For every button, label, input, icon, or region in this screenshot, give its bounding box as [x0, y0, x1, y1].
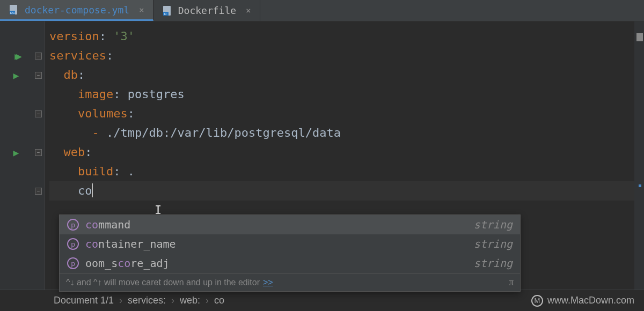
- gutter-row: [0, 104, 32, 123]
- close-icon[interactable]: ×: [241, 5, 251, 16]
- code-line[interactable]: build: .: [49, 162, 634, 181]
- autocomplete-item[interactable]: poom_score_adjstring: [60, 254, 520, 273]
- chevron-right-icon: ›: [206, 295, 209, 306]
- chevron-right-icon: ›: [119, 295, 122, 306]
- svg-text:DC: DC: [10, 11, 15, 14]
- autocomplete-item[interactable]: pcommandstring: [60, 215, 520, 234]
- tab-label: docker-compose.yml: [25, 4, 129, 16]
- code-line[interactable]: co: [49, 181, 634, 201]
- autocomplete-type: string: [474, 238, 513, 250]
- run-all-icon[interactable]: ▶▶: [14, 50, 18, 62]
- run-icon[interactable]: ▶: [13, 147, 19, 158]
- tab-label: Dockerfile: [178, 5, 236, 16]
- property-icon: p: [67, 219, 79, 231]
- breadcrumb-item[interactable]: services:: [128, 295, 166, 306]
- svg-rect-7: [636, 38, 643, 41]
- tab-docker-compose[interactable]: DC docker-compose.yml ×: [0, 0, 153, 21]
- run-icon[interactable]: ▶: [13, 70, 19, 81]
- property-icon: p: [67, 257, 79, 269]
- tab-bar: DC docker-compose.yml × D Dockerfile ×: [0, 0, 644, 21]
- status-bar: Document 1/1›services:›web:›co M www.Mac…: [0, 290, 644, 311]
- fold-row: [32, 27, 45, 46]
- gutter-row[interactable]: ▶▶: [0, 46, 32, 65]
- code-line[interactable]: version: '3': [49, 27, 634, 46]
- gutter-row: [0, 162, 32, 181]
- gutter-row[interactable]: ▶: [0, 143, 32, 162]
- analysis-indicator[interactable]: [636, 33, 643, 41]
- fold-row: [32, 123, 45, 143]
- watermark: M www.MacDown.com: [531, 295, 634, 307]
- gutter-row: [0, 123, 32, 143]
- fold-gutter: −−−−−: [32, 21, 45, 290]
- fold-toggle-icon[interactable]: −: [35, 53, 42, 60]
- gutter-row: [0, 27, 32, 46]
- run-gutter: ▶▶▶▶: [0, 21, 32, 290]
- autocomplete-type: string: [474, 257, 513, 270]
- gutter-row[interactable]: ▶: [0, 65, 32, 85]
- property-icon: p: [67, 238, 79, 250]
- svg-rect-6: [636, 34, 643, 38]
- caret-position-marker: [639, 184, 641, 187]
- svg-text:D: D: [164, 12, 167, 16]
- autocomplete-hint: ^↓ and ^↑ will move caret down and up in…: [60, 273, 520, 291]
- fold-row[interactable]: −: [32, 65, 45, 85]
- file-icon: DC: [9, 4, 19, 15]
- autocomplete-type: string: [474, 218, 513, 231]
- code-line[interactable]: db:: [49, 65, 634, 85]
- tab-dockerfile[interactable]: D Dockerfile ×: [153, 0, 260, 21]
- fold-toggle-icon[interactable]: −: [35, 149, 42, 156]
- close-icon[interactable]: ×: [135, 5, 144, 15]
- chevron-right-icon: ›: [171, 295, 174, 306]
- fold-row[interactable]: −: [32, 46, 45, 65]
- pi-icon[interactable]: π: [509, 277, 514, 288]
- fold-row[interactable]: −: [32, 104, 45, 123]
- file-icon: D: [162, 5, 173, 16]
- gutter-row: [0, 85, 32, 104]
- hint-link[interactable]: >>: [263, 278, 273, 287]
- fold-toggle-icon[interactable]: −: [35, 188, 42, 195]
- breadcrumb-item[interactable]: Document 1/1: [54, 295, 114, 306]
- fold-toggle-icon[interactable]: −: [35, 72, 42, 79]
- fold-row: [32, 162, 45, 181]
- code-line[interactable]: volumes:: [49, 104, 634, 123]
- fold-row[interactable]: −: [32, 181, 45, 201]
- breadcrumb[interactable]: Document 1/1›services:›web:›co: [54, 295, 224, 306]
- scrollbar-marker-gutter[interactable]: [634, 21, 644, 290]
- autocomplete-popup: pcommandstringpcontainer_namestringpoom_…: [59, 214, 521, 292]
- autocomplete-item[interactable]: pcontainer_namestring: [60, 234, 520, 254]
- fold-row[interactable]: −: [32, 143, 45, 162]
- editor: ▶▶▶▶ −−−−− version: '3'services: db: ima…: [0, 21, 644, 290]
- code-line[interactable]: image: postgres: [49, 85, 634, 104]
- code-line[interactable]: web:: [49, 143, 634, 162]
- breadcrumb-item[interactable]: web:: [180, 295, 200, 306]
- fold-row: [32, 85, 45, 104]
- code-line[interactable]: services:: [49, 46, 634, 65]
- code-line[interactable]: - ./tmp/db:/var/lib/postgresql/data: [49, 123, 634, 143]
- fold-toggle-icon[interactable]: −: [35, 110, 42, 117]
- brand-icon: M: [531, 295, 543, 307]
- breadcrumb-item[interactable]: co: [214, 295, 224, 306]
- gutter-row: [0, 181, 32, 201]
